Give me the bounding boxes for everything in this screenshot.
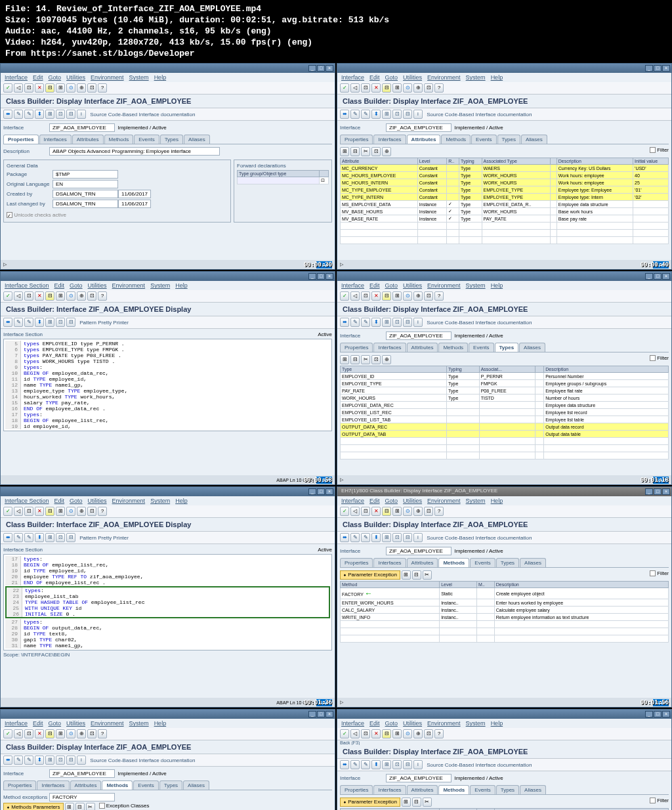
menu-item[interactable]: Goto bbox=[49, 720, 62, 727]
menu-item[interactable]: Utilities bbox=[88, 498, 107, 504]
menu-item[interactable]: Help bbox=[491, 720, 503, 727]
menu-item[interactable]: Utilities bbox=[66, 74, 85, 81]
tab-methods[interactable]: Methods bbox=[438, 558, 469, 567]
tab-interfaces[interactable]: Interfaces bbox=[373, 135, 406, 144]
tab-properties[interactable]: Properties bbox=[340, 785, 373, 794]
tab-types[interactable]: Types bbox=[496, 558, 519, 567]
menu-item[interactable]: Edit bbox=[54, 282, 65, 289]
tab-properties[interactable]: Properties bbox=[3, 780, 36, 790]
menu-item[interactable]: Help bbox=[154, 74, 167, 81]
tab-types[interactable]: Types bbox=[495, 343, 519, 352]
tab-attributes[interactable]: Attributes bbox=[407, 343, 438, 352]
menu-item[interactable]: Goto bbox=[385, 74, 398, 81]
menu-item[interactable]: Utilities bbox=[403, 282, 422, 289]
menu-item[interactable]: Environment bbox=[91, 720, 124, 727]
menu-item[interactable]: System bbox=[466, 74, 486, 81]
ok-icon[interactable]: ✓ bbox=[3, 83, 12, 93]
tab-interfaces[interactable]: Interfaces bbox=[39, 135, 72, 144]
menu-item[interactable]: Goto bbox=[385, 498, 398, 504]
tab-methods[interactable]: Methods bbox=[102, 780, 133, 790]
menu-item[interactable]: Interface bbox=[341, 74, 364, 81]
menu-item[interactable]: System bbox=[466, 498, 486, 504]
parameter-button[interactable]: ⬥ Parameter Exception bbox=[340, 570, 400, 580]
menu-item[interactable]: Utilities bbox=[403, 720, 422, 727]
tab-properties[interactable]: Properties bbox=[340, 135, 373, 144]
tab-interfaces[interactable]: Interfaces bbox=[37, 780, 69, 790]
tab-methods[interactable]: Methods bbox=[438, 785, 469, 794]
tab-methods[interactable]: Methods bbox=[441, 135, 471, 144]
min-icon[interactable]: _ bbox=[308, 65, 316, 72]
tab-aliases[interactable]: Aliases bbox=[520, 785, 546, 794]
tab-interfaces[interactable]: Interfaces bbox=[373, 343, 406, 352]
menu-item[interactable]: Goto bbox=[70, 282, 83, 289]
menu-item[interactable]: Environment bbox=[427, 74, 461, 81]
tab-events[interactable]: Events bbox=[469, 343, 494, 352]
max-icon[interactable]: □ bbox=[317, 65, 325, 72]
tab-attributes[interactable]: Attributes bbox=[407, 135, 441, 144]
menu-item[interactable]: Goto bbox=[385, 282, 398, 289]
menu-item[interactable]: System bbox=[150, 498, 170, 504]
menu-item[interactable]: Interface bbox=[5, 720, 28, 727]
methods-table[interactable]: MethodLevelM..DescriptionFACTORY ←Static… bbox=[340, 581, 669, 643]
tab-types[interactable]: Types bbox=[160, 135, 183, 144]
menu-item[interactable]: System bbox=[150, 282, 170, 289]
menu-item[interactable]: System bbox=[466, 282, 486, 289]
attributes-table[interactable]: AttributeLevelR..TypingAssociated TypeDe… bbox=[340, 158, 669, 244]
menu-item[interactable]: Environment bbox=[427, 720, 461, 727]
tab-properties[interactable]: Properties bbox=[340, 343, 373, 352]
menu-item[interactable]: Edit bbox=[33, 74, 43, 81]
unicode-checkbox[interactable] bbox=[7, 212, 12, 218]
menu-item[interactable]: Edit bbox=[54, 498, 65, 504]
menu-item[interactable]: Help bbox=[175, 282, 188, 289]
interface-field[interactable]: ZIF_AOA_EMPLOYEE bbox=[49, 123, 115, 132]
menu-item[interactable]: Environment bbox=[112, 282, 146, 289]
tab-attributes[interactable]: Attributes bbox=[70, 780, 102, 790]
menu-item[interactable]: Edit bbox=[369, 498, 380, 504]
menu-item[interactable]: Edit bbox=[369, 74, 380, 81]
tab-events[interactable]: Events bbox=[134, 135, 159, 144]
tab-aliases[interactable]: Aliases bbox=[183, 780, 209, 790]
menu-item[interactable]: System bbox=[129, 720, 149, 727]
menu-item[interactable]: Environment bbox=[427, 498, 461, 504]
menu-item[interactable]: Interface bbox=[341, 498, 364, 504]
tab-events[interactable]: Events bbox=[470, 558, 495, 567]
menu-item[interactable]: System bbox=[129, 74, 149, 81]
tab-attributes[interactable]: Attributes bbox=[407, 785, 438, 794]
methods-button[interactable]: ⬥ Methods Parameters bbox=[3, 803, 64, 810]
back-button[interactable]: ✓ bbox=[340, 729, 349, 738]
menu-item[interactable]: Goto bbox=[49, 74, 62, 81]
tab-methods[interactable]: Methods bbox=[104, 135, 134, 144]
menubar[interactable]: InterfaceEditGotoUtilitiesEnvironmentSys… bbox=[1, 73, 335, 82]
menu-item[interactable]: Help bbox=[154, 720, 167, 727]
menu-item[interactable]: Environment bbox=[427, 282, 461, 289]
menu-item[interactable]: Interface Section bbox=[5, 498, 49, 504]
menu-item[interactable]: Interface bbox=[341, 720, 364, 727]
menu-item[interactable]: System bbox=[466, 720, 486, 727]
tab-aliases[interactable]: Aliases bbox=[520, 558, 546, 567]
menu-item[interactable]: Utilities bbox=[88, 282, 107, 289]
tab-events[interactable]: Events bbox=[133, 780, 158, 790]
menu-item[interactable]: Environment bbox=[91, 74, 124, 81]
menu-item[interactable]: Utilities bbox=[66, 720, 85, 727]
tab-types[interactable]: Types bbox=[497, 135, 520, 144]
menu-item[interactable]: Help bbox=[491, 74, 503, 81]
menu-item[interactable]: Environment bbox=[112, 498, 146, 504]
menu-item[interactable]: Help bbox=[491, 282, 503, 289]
code-editor[interactable]: 17types:18 BEGIN OF employee_list_rec,19… bbox=[3, 554, 332, 650]
types-table[interactable]: TypeTypingAssociat...DescriptionEMPLOYEE… bbox=[340, 366, 669, 459]
tab-properties[interactable]: Properties bbox=[3, 135, 39, 144]
tab-interfaces[interactable]: Interfaces bbox=[373, 785, 406, 794]
menu-item[interactable]: Utilities bbox=[403, 74, 422, 81]
menu-item[interactable]: Help bbox=[175, 498, 188, 504]
menu-item[interactable]: Goto bbox=[70, 498, 83, 504]
tab-events[interactable]: Events bbox=[471, 135, 496, 144]
tab-properties[interactable]: Properties bbox=[340, 558, 373, 567]
tab-aliases[interactable]: Aliases bbox=[519, 343, 545, 352]
menu-item[interactable]: Edit bbox=[33, 720, 43, 727]
tab-aliases[interactable]: Aliases bbox=[184, 135, 210, 144]
menu-item[interactable]: Interface bbox=[5, 74, 28, 81]
menu-item[interactable]: Goto bbox=[385, 720, 398, 727]
menu-item[interactable]: Interface bbox=[341, 282, 364, 289]
menu-item[interactable]: Interface Section bbox=[5, 282, 49, 289]
menu-item[interactable]: Edit bbox=[369, 282, 380, 289]
